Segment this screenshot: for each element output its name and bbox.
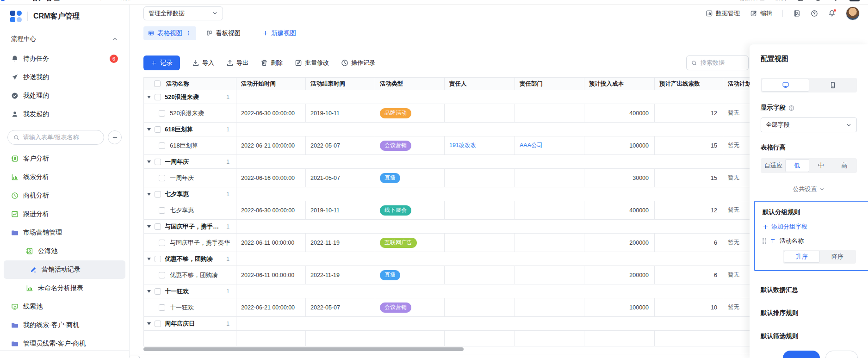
table-row[interactable]: 十一狂欢 2022-06-21 00:00:00 2022-05-07 会议营销… (144, 298, 750, 317)
row-checkbox[interactable] (159, 175, 165, 181)
contact-icon (26, 247, 33, 255)
help-icon[interactable] (811, 10, 818, 17)
panel-section-2[interactable]: 默认筛选规则 (761, 332, 857, 340)
sidebar-item-flow-2[interactable]: 我处理的 (0, 86, 125, 105)
collapse-caret-icon[interactable] (147, 96, 151, 99)
sidebar-item-flow-0[interactable]: 待办任务 6 (0, 49, 125, 68)
collapse-caret-icon[interactable] (147, 290, 151, 293)
sidebar-item-menu-6[interactable]: 营销活动记录 (4, 260, 125, 279)
sidebar-item-menu-3[interactable]: 跟进分析 (0, 205, 125, 223)
row-checkbox[interactable] (159, 207, 165, 214)
table-row[interactable]: 与国庆甲子，携手奏华 2022-06-11 00:00:00 2022-11-1… (144, 234, 750, 252)
group-field-row[interactable]: 活动名称 (763, 237, 856, 245)
department-link[interactable]: AAA公司 (520, 142, 543, 149)
table-row[interactable]: 618巨划算 2022-06-21 00:00:00 2022-05-07 会议… (144, 136, 750, 155)
collapse-caret-icon[interactable] (147, 193, 151, 196)
group-checkbox[interactable] (155, 126, 161, 133)
sort-option-1[interactable]: 降序 (820, 251, 855, 263)
table-row[interactable]: 优惠不够，团购凑 2022-06-11 00:00:00 2022-11-19 … (144, 266, 750, 284)
sort-option-0[interactable]: 升序 (784, 251, 820, 263)
group-checkbox[interactable] (155, 256, 161, 262)
device-desktop-option[interactable] (762, 79, 809, 92)
bulk-edit-button[interactable]: 批量修改 (295, 59, 329, 67)
add-record-button[interactable]: 记录 (143, 56, 180, 70)
import-button[interactable]: 导入 (192, 59, 214, 67)
scrollbar-thumb[interactable] (143, 347, 464, 351)
sidebar-item-menu-8[interactable]: 线索池 (0, 297, 125, 316)
sidebar-item-flow-3[interactable]: 我发起的 (0, 105, 125, 123)
group-row[interactable]: 一周年庆 1 (144, 155, 750, 169)
sidebar-section-flow[interactable]: 流程中心 (0, 28, 129, 49)
group-row[interactable]: 周年店庆日 1 (144, 317, 750, 331)
table-row[interactable]: 一周年庆 2022-06-16 00:00:00 2021-05-07 直播 3… (144, 169, 750, 187)
group-name-cell: 周年店庆日 1 (144, 317, 236, 330)
more-options-icon[interactable] (186, 30, 192, 36)
sidebar-item-flow-1[interactable]: 抄送我的 (0, 68, 125, 86)
panel-section-1[interactable]: 默认排序规则 (761, 309, 857, 317)
row-height-option-2[interactable]: 中 (809, 159, 833, 172)
sidebar-search-input[interactable]: 请输入表单/报表名称 (7, 130, 104, 145)
row-checkbox[interactable] (159, 110, 165, 117)
fields-select[interactable]: 全部字段 (761, 117, 857, 132)
group-checkbox[interactable] (155, 288, 161, 295)
group-row[interactable]: 618巨划算 1 (144, 123, 750, 136)
data-manage-button[interactable]: 数据管理 (706, 9, 740, 18)
drag-handle-icon[interactable] (763, 238, 766, 244)
sidebar-item-menu-5[interactable]: 公海池 (0, 242, 125, 260)
operation-log-button[interactable]: 操作记录 (341, 59, 375, 67)
collapse-caret-icon[interactable] (147, 160, 151, 163)
user-avatar[interactable] (846, 6, 860, 20)
row-checkbox[interactable] (159, 240, 165, 246)
device-mobile-option[interactable] (809, 79, 856, 92)
tab-table-view[interactable]: 表格视图 (143, 26, 196, 40)
sidebar-item-menu-0[interactable]: 客户分析 (0, 149, 125, 168)
collapse-caret-icon[interactable] (147, 322, 151, 325)
sidebar-item-menu-4[interactable]: 市场营销管理 (0, 223, 125, 242)
row-height-option-1[interactable]: 低 (785, 159, 810, 172)
table-search-input[interactable]: 搜索数据 (686, 56, 749, 70)
row-height-option-3[interactable]: 高 (833, 159, 856, 172)
sidebar-item-menu-7[interactable]: 未命名分析报表 (0, 279, 125, 297)
row-checkbox[interactable] (159, 142, 165, 149)
collapse-caret-icon[interactable] (147, 225, 151, 228)
table-row[interactable]: 520浪漫来袭 2022-06-30 00:00:00 2019-10-11 品… (144, 104, 750, 123)
add-form-button[interactable] (108, 130, 122, 144)
owner-link[interactable]: 191改改改 (449, 142, 476, 149)
new-view-button[interactable]: 新建视图 (262, 29, 296, 37)
tab-kanban-view[interactable]: 看板视图 (204, 26, 243, 40)
group-row[interactable]: 与国庆甲子，携手奏华 1 (144, 220, 750, 234)
collapse-caret-icon[interactable] (147, 128, 151, 131)
collapse-caret-icon[interactable] (147, 258, 151, 260)
export-button[interactable]: 导出 (226, 59, 248, 67)
confirm-button[interactable] (783, 351, 820, 358)
contact-book-icon[interactable] (793, 10, 800, 17)
sidebar-item-menu-9[interactable]: 我的线索-客户-商机 (0, 316, 125, 334)
group-checkbox[interactable] (155, 223, 161, 230)
data-scope-select[interactable]: 管理全部数据 (143, 6, 223, 20)
notifications-button[interactable] (828, 10, 836, 17)
sidebar-item-menu-2[interactable]: 商机分析 (0, 186, 125, 205)
group-name-cell: 七夕享惠 1 (144, 187, 236, 201)
delete-button[interactable]: 删除 (260, 59, 283, 67)
row-checkbox[interactable] (159, 304, 165, 311)
select-all-checkbox[interactable] (154, 80, 161, 87)
sidebar-item-label: 客户分析 (23, 154, 49, 163)
common-settings-toggle[interactable]: 公共设置 (761, 185, 857, 193)
row-height-option-0[interactable]: 自适应 (762, 159, 785, 172)
sidebar-item-menu-1[interactable]: 线索分析 (0, 168, 125, 186)
chevron-up-icon[interactable] (112, 36, 118, 42)
cancel-button[interactable] (825, 351, 858, 358)
add-group-field-button[interactable]: 添加分组字段 (763, 222, 856, 231)
group-checkbox[interactable] (155, 159, 161, 165)
group-checkbox[interactable] (155, 191, 161, 198)
group-checkbox[interactable] (155, 321, 161, 327)
group-row[interactable]: 520浪漫来袭 1 (144, 90, 750, 104)
panel-section-0[interactable]: 默认数据汇总 (761, 286, 857, 294)
edit-button[interactable]: 编辑 (750, 9, 772, 18)
table-row[interactable]: 七夕享惠 2022-06-30 00:00:00 2019-10-11 线下展会… (144, 201, 750, 220)
group-checkbox[interactable] (155, 94, 161, 100)
row-checkbox[interactable] (159, 272, 165, 278)
group-row[interactable]: 七夕享惠 1 (144, 187, 750, 201)
group-row[interactable]: 优惠不够，团购凑 1 (144, 252, 750, 266)
group-row[interactable]: 十一狂欢 1 (144, 284, 750, 298)
